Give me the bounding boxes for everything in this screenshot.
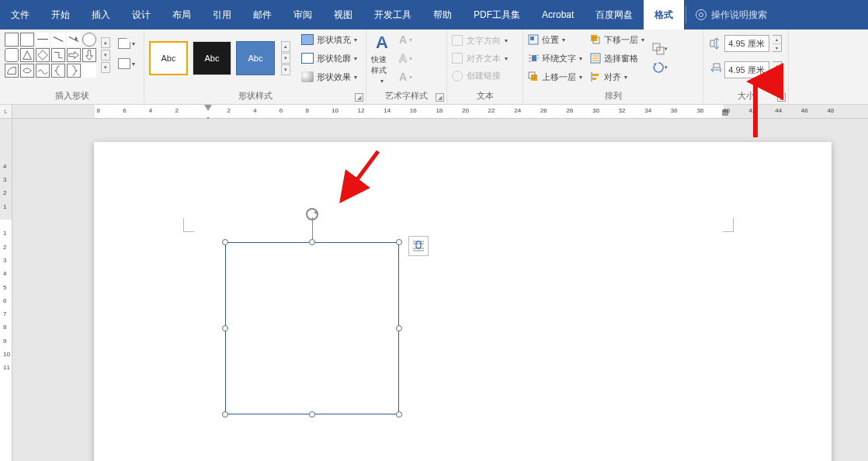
- height-spinner[interactable]: ▴▾: [773, 35, 782, 52]
- spinner-down[interactable]: ▾: [773, 71, 781, 78]
- tab-developer[interactable]: 开发工具: [363, 0, 422, 29]
- wordart-fill-button[interactable]: A▾: [399, 31, 412, 48]
- draw-textbox-button[interactable]: ▾: [118, 56, 141, 71]
- shape-diag-line-icon[interactable]: [51, 33, 65, 47]
- tab-baidu[interactable]: 百度网盘: [585, 0, 644, 29]
- edit-shape-button[interactable]: ▾: [118, 36, 141, 51]
- shape-brace-l-icon[interactable]: [51, 64, 65, 78]
- vertical-ruler[interactable]: 43211234567891011: [0, 119, 12, 461]
- shape-roundrect-icon[interactable]: [5, 48, 19, 62]
- shape-effects-button[interactable]: 形状效果 ▾: [301, 68, 357, 85]
- shape-flowchart2-icon[interactable]: [20, 64, 34, 78]
- shape-more-icon[interactable]: [82, 64, 96, 78]
- shape-wave-icon[interactable]: [36, 64, 50, 78]
- spinner-up[interactable]: ▴: [773, 62, 781, 71]
- width-spinner[interactable]: ▴▾: [773, 61, 782, 78]
- shape-styles-dialog-launcher[interactable]: ◢: [355, 93, 363, 102]
- shape-elbow-icon[interactable]: [51, 48, 65, 62]
- shape-rect[interactable]: [225, 242, 399, 414]
- tab-format[interactable]: 格式: [644, 0, 684, 29]
- send-backward-button[interactable]: 下移一层▾: [590, 31, 644, 48]
- resize-handle-n[interactable]: [309, 239, 315, 245]
- resize-handle-sw[interactable]: [222, 411, 228, 418]
- tab-layout[interactable]: 布局: [161, 0, 202, 29]
- selection-pane-button[interactable]: 选择窗格: [590, 50, 644, 67]
- tab-insert[interactable]: 插入: [81, 0, 121, 29]
- style-gallery-more[interactable]: ▾: [281, 64, 290, 75]
- style-swatch-1[interactable]: Abc: [149, 41, 188, 75]
- style-gallery-up[interactable]: ▴: [281, 41, 290, 52]
- tab-view[interactable]: 视图: [323, 0, 363, 29]
- horizontal-ruler[interactable]: 8642246810121416182022242628303234363840…: [12, 105, 868, 119]
- ruler-number: 36: [671, 107, 678, 114]
- resize-handle-se[interactable]: [396, 411, 402, 418]
- wordart-dialog-launcher[interactable]: ◢: [436, 93, 444, 102]
- shape-gallery[interactable]: [5, 33, 96, 78]
- outline-icon: [301, 53, 314, 64]
- wordart-effects-button[interactable]: A▾: [399, 68, 412, 85]
- svg-rect-10: [531, 75, 537, 81]
- resize-handle-nw[interactable]: [222, 239, 228, 245]
- shape-brace-r-icon[interactable]: [67, 64, 81, 78]
- size-dialog-launcher[interactable]: ◢: [777, 93, 786, 102]
- resize-handle-w[interactable]: [222, 325, 228, 331]
- height-input[interactable]: 4.95 厘米: [724, 35, 769, 52]
- shape-downarrow-icon[interactable]: [82, 48, 96, 62]
- create-link-label: 创建链接: [467, 70, 501, 81]
- position-button[interactable]: 位置▾: [528, 31, 582, 48]
- document-viewport[interactable]: Ba jingya 奥义游戏网 WWW.AOE1.COM: [12, 119, 868, 461]
- tab-home[interactable]: 开始: [40, 0, 81, 29]
- wrap-text-button[interactable]: 环绕文字▾: [528, 50, 582, 67]
- shape-textbox-icon[interactable]: [5, 33, 19, 47]
- ruler-corner[interactable]: L: [0, 105, 12, 119]
- shape-rightarrow-icon[interactable]: [67, 48, 81, 62]
- rotate-button[interactable]: ▾: [652, 59, 668, 76]
- tab-file[interactable]: 文件: [0, 0, 40, 29]
- tab-mailings[interactable]: 邮件: [242, 0, 283, 29]
- bring-forward-button[interactable]: 上移一层▾: [528, 68, 582, 85]
- tab-acrobat[interactable]: Acrobat: [531, 0, 585, 29]
- tab-help[interactable]: 帮助: [422, 0, 463, 29]
- wrap-label: 环绕文字: [542, 53, 576, 64]
- spinner-up[interactable]: ▴: [773, 36, 781, 44]
- shape-gallery-down[interactable]: ▾: [101, 50, 110, 61]
- tell-me-search[interactable]: 操作说明搜索: [688, 0, 775, 29]
- rotation-handle[interactable]: [304, 206, 320, 222]
- ruler-number: 2: [227, 107, 231, 114]
- style-gallery-down[interactable]: ▾: [281, 53, 290, 64]
- ruler-number: 7: [3, 310, 6, 317]
- style-swatch-3[interactable]: Abc: [236, 41, 275, 75]
- tab-references[interactable]: 引用: [202, 0, 242, 29]
- resize-handle-ne[interactable]: [396, 239, 402, 245]
- tab-review[interactable]: 审阅: [283, 0, 323, 29]
- spinner-down[interactable]: ▾: [773, 44, 781, 52]
- tab-pdftools[interactable]: PDF工具集: [463, 0, 531, 29]
- shape-triangle-icon[interactable]: [20, 48, 34, 62]
- ruler-number: 44: [775, 107, 782, 114]
- style-swatch-2[interactable]: Abc: [193, 41, 231, 75]
- shape-outline-button[interactable]: 形状轮廓 ▾: [301, 50, 357, 67]
- align-button[interactable]: 对齐▾: [590, 68, 644, 85]
- shape-fill-button[interactable]: 形状填充 ▾: [301, 31, 357, 48]
- shape-gallery-more[interactable]: ▾: [101, 62, 110, 73]
- resize-handle-e[interactable]: [396, 325, 402, 331]
- shape-rect-icon[interactable]: [20, 33, 34, 47]
- resize-handle-s[interactable]: [309, 411, 315, 418]
- ruler-number: 12: [358, 107, 365, 114]
- width-input[interactable]: 4.95 厘米: [724, 61, 769, 78]
- style-gallery[interactable]: Abc Abc Abc ▴ ▾ ▾: [149, 41, 292, 75]
- wordart-outline-button[interactable]: A▾: [399, 50, 412, 67]
- align-text-label: 对齐文本: [467, 53, 501, 64]
- shape-arrow-line-icon[interactable]: [67, 33, 81, 47]
- layout-options-button[interactable]: [408, 236, 429, 256]
- tab-design[interactable]: 设计: [121, 0, 161, 29]
- shape-diamond-icon[interactable]: [36, 48, 50, 62]
- shape-ellipse-icon[interactable]: [82, 33, 96, 47]
- shape-flowchart1-icon[interactable]: [5, 64, 19, 78]
- shape-line-icon[interactable]: [36, 33, 50, 47]
- shape-gallery-up[interactable]: ▴: [101, 37, 110, 48]
- selected-shape[interactable]: [222, 239, 402, 418]
- quick-styles-button[interactable]: A 快速样式 ▾: [371, 41, 393, 75]
- backward-label: 下移一层: [604, 34, 638, 46]
- group-objects-button[interactable]: ▾: [652, 40, 668, 57]
